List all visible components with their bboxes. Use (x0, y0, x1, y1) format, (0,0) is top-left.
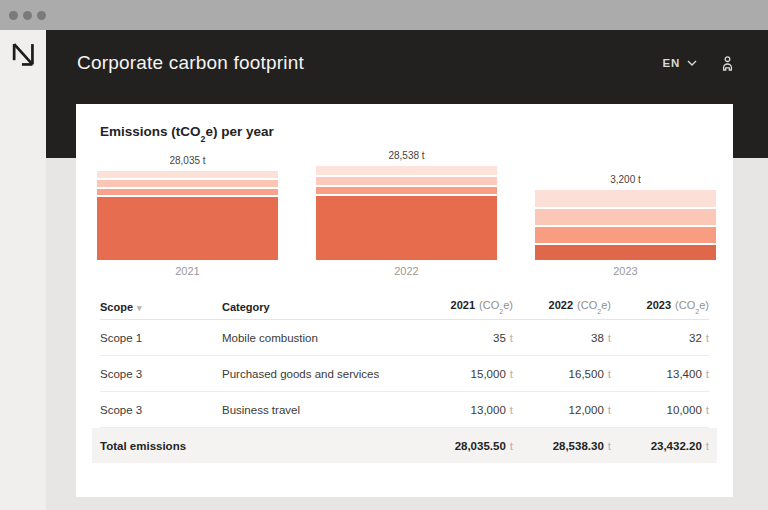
bar-total-label: 28,035 t (97, 155, 278, 166)
bar-segment (535, 245, 716, 260)
bar-segment (535, 209, 716, 225)
page-title: Corporate carbon footprint (77, 52, 304, 74)
language-selector[interactable]: EN (662, 57, 697, 69)
cell-value: 13,400t (611, 368, 709, 380)
cell-category: Purchased goods and services (222, 368, 415, 380)
cell-value: 35t (415, 332, 513, 344)
column-header-2022: 2022(CO2e) (513, 299, 611, 314)
language-label: EN (662, 57, 680, 69)
bar-segment (316, 187, 497, 194)
cell-value: 16,500t (513, 368, 611, 380)
cell-value: 32t (611, 332, 709, 344)
bar-year-label: 2022 (316, 265, 497, 277)
emissions-chart: 28,035 t 2021 28,538 t 2022 3,200 t 2023 (97, 104, 716, 277)
column-header-scope[interactable]: Scope▾ (100, 301, 222, 313)
bar-segment (535, 190, 716, 207)
column-header-2023: 2023(CO2e) (611, 299, 709, 314)
cell-scope: Scope 3 (100, 404, 222, 416)
cell-category: Mobile combustion (222, 332, 415, 344)
cell-value: 13,000t (415, 404, 513, 416)
bar-year-label: 2021 (97, 265, 278, 277)
sidebar (0, 30, 46, 510)
bar-segment (97, 197, 278, 260)
window-control-dot[interactable] (37, 11, 46, 20)
table-header-row: Scope▾ Category 2021(CO2e) 2022(CO2e) 20… (100, 295, 709, 320)
total-row: Total emissions 28,035.50t 28,538.30t 23… (92, 428, 717, 463)
normative-logo-icon[interactable] (10, 42, 37, 69)
content-card: Emissions (tCO2e) per year 28,035 t 2021… (76, 104, 733, 497)
column-header-category: Category (222, 301, 415, 313)
cell-value: 10,000t (611, 404, 709, 416)
cell-scope: Scope 1 (100, 332, 222, 344)
window-control-dot[interactable] (23, 11, 32, 20)
total-label: Total emissions (100, 440, 222, 452)
bar-segment (97, 189, 278, 195)
bar-segments (97, 171, 278, 260)
total-value: 23,432.20t (611, 440, 709, 452)
table-row: Scope 3 Purchased goods and services 15,… (100, 356, 709, 392)
bar-segment (316, 177, 497, 185)
table-row: Scope 1 Mobile combustion 35t 38t 32t (100, 320, 709, 356)
bar-group-2022: 28,538 t 2022 (316, 150, 497, 277)
account-button[interactable] (721, 56, 734, 71)
bar-total-label: 3,200 t (535, 174, 716, 185)
bar-group-2021: 28,035 t 2021 (97, 155, 278, 277)
cell-value: 38t (513, 332, 611, 344)
column-header-2021: 2021(CO2e) (415, 299, 513, 314)
chevron-down-icon (687, 60, 697, 66)
bar-group-2023: 3,200 t 2023 (535, 174, 716, 277)
bar-segments (316, 166, 497, 260)
table-row: Scope 3 Business travel 13,000t 12,000t … (100, 392, 709, 428)
bar-segment (316, 196, 497, 260)
cell-value: 12,000t (513, 404, 611, 416)
sort-caret-icon: ▾ (137, 303, 142, 313)
emissions-table: Scope▾ Category 2021(CO2e) 2022(CO2e) 20… (100, 295, 709, 463)
bar-segment (535, 227, 716, 243)
cell-category: Business travel (222, 404, 415, 416)
total-value: 28,035.50t (415, 440, 513, 452)
cell-scope: Scope 3 (100, 368, 222, 380)
total-value: 28,538.30t (513, 440, 611, 452)
bar-segments (535, 190, 716, 260)
bar-segment (316, 166, 497, 175)
bar-segment (97, 171, 278, 178)
bar-year-label: 2023 (535, 265, 716, 277)
window-control-dot[interactable] (9, 11, 18, 20)
bar-total-label: 28,538 t (316, 150, 497, 161)
window-titlebar (0, 0, 768, 30)
cell-value: 15,000t (415, 368, 513, 380)
bar-segment (97, 180, 278, 187)
